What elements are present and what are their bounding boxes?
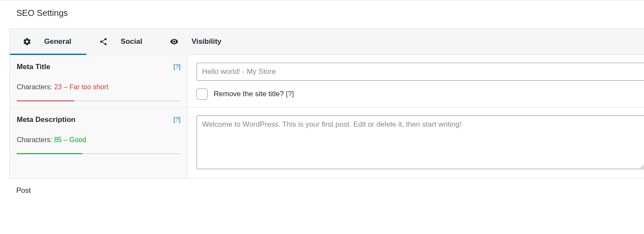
meta-description-char-info: Characters: 85 – Good (17, 136, 181, 144)
meta-description-row: Meta Description [?] Characters: 85 – Go… (10, 108, 644, 178)
tab-visibility-label: Visibility (191, 37, 221, 46)
meta-title-char-count: 23 (54, 83, 62, 91)
meta-title-char-prefix: Characters: (17, 83, 54, 91)
remove-site-title-help[interactable]: [?] (286, 90, 294, 98)
meta-title-header: Meta Title [?] (17, 63, 181, 71)
meta-description-progress (17, 153, 181, 154)
remove-site-title-row: Remove the site title? [?] (197, 88, 644, 100)
meta-description-char-count: 85 (54, 136, 62, 143)
settings-container: General Social Visibility Meta Title [?]… (9, 28, 644, 179)
tabs: General Social Visibility (10, 29, 644, 55)
tab-visibility[interactable]: Visibility (157, 29, 236, 55)
tab-social[interactable]: Social (86, 29, 157, 55)
meta-description-input-col (188, 108, 644, 178)
meta-title-char-info: Characters: 23 – Far too short (17, 83, 181, 91)
meta-description-char-status: – Good (62, 136, 86, 143)
gear-icon (23, 37, 31, 46)
meta-title-row: Meta Title [?] Characters: 23 – Far too … (10, 55, 644, 108)
page-title: SEO Settings (0, 0, 644, 28)
remove-site-title-label-text: Remove the site title? (214, 90, 284, 98)
meta-description-input[interactable] (197, 115, 644, 169)
meta-description-progress-fill (17, 153, 82, 154)
meta-description-header: Meta Description [?] (17, 115, 181, 124)
meta-description-label: Meta Description (17, 115, 76, 124)
meta-description-help[interactable]: [?] (173, 115, 181, 123)
share-icon (99, 37, 108, 46)
meta-title-input[interactable] (197, 63, 644, 81)
remove-site-title-label: Remove the site title? [?] (214, 90, 294, 98)
remove-site-title-checkbox[interactable] (197, 88, 208, 100)
meta-title-char-status: – Far too short (62, 83, 109, 91)
tab-general-label: General (44, 37, 71, 46)
meta-description-label-col: Meta Description [?] Characters: 85 – Go… (10, 108, 188, 178)
tab-general[interactable]: General (10, 29, 86, 55)
footer-post-label: Post (0, 179, 644, 197)
meta-title-label: Meta Title (17, 63, 50, 71)
eye-icon (170, 37, 178, 46)
meta-description-char-prefix: Characters: (17, 136, 54, 143)
meta-title-label-col: Meta Title [?] Characters: 23 – Far too … (10, 55, 188, 107)
meta-title-progress (17, 100, 181, 101)
meta-title-progress-fill (17, 100, 74, 101)
meta-title-help[interactable]: [?] (173, 63, 181, 70)
meta-title-input-col: Remove the site title? [?] (188, 55, 644, 107)
tab-social-label: Social (121, 37, 142, 46)
